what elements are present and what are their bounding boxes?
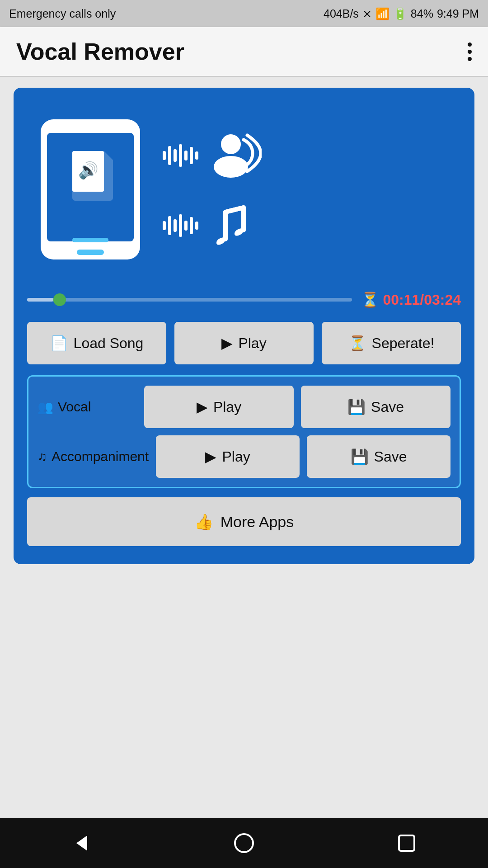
accomp-save-icon: 💾 <box>351 448 369 465</box>
more-apps-label: More Apps <box>221 513 294 531</box>
progress-track[interactable] <box>27 298 352 302</box>
main-button-row: 📄 Load Song ▶ Play ⏳ Seperate! <box>27 322 461 364</box>
play-button-main[interactable]: ▶ Play <box>174 322 314 364</box>
phone-illustration: 🔊 <box>27 115 154 269</box>
svg-marker-12 <box>76 835 87 851</box>
more-apps-icon: 👍 <box>194 513 213 531</box>
time-display: ⏳ 00:11/03:24 <box>361 291 461 308</box>
speed-indicator: 404B/s <box>324 7 359 20</box>
status-bar: Emergency calls only 404B/s ⨯ 📶 🔋 84% 9:… <box>0 0 488 27</box>
svg-rect-6 <box>72 183 104 192</box>
vocal-save-button[interactable]: 💾 Save <box>301 386 450 428</box>
accompaniment-track-label: ♫ Accompaniment <box>38 449 149 464</box>
separate-button[interactable]: ⏳ Seperate! <box>322 322 461 364</box>
accompaniment-text: Accompaniment <box>52 449 149 464</box>
main-content: 🔊 <box>0 77 488 818</box>
progress-thumb[interactable] <box>53 293 66 306</box>
hourglass-icon: ⏳ <box>361 291 379 308</box>
svg-rect-8 <box>72 238 108 242</box>
accomp-save-button[interactable]: 💾 Save <box>307 435 450 478</box>
time-display: 9:49 PM <box>437 7 479 20</box>
wifi-icon: 📶 <box>375 7 389 20</box>
bluetooth-icon: ⨯ <box>362 7 372 20</box>
recents-button[interactable] <box>395 832 418 854</box>
accomp-play-label: Play <box>222 448 250 465</box>
load-song-icon: 📄 <box>50 335 68 352</box>
waveform-icon-music <box>163 214 198 237</box>
vocal-track-row: 👥 Vocal ▶ Play 💾 Save <box>38 386 450 428</box>
svg-point-13 <box>235 834 253 852</box>
battery-percent: 84% <box>411 7 433 20</box>
separate-icon: ⏳ <box>348 335 366 352</box>
vocal-icon: 👥 <box>38 400 53 415</box>
svg-text:🔊: 🔊 <box>78 160 99 180</box>
separate-label: Seperate! <box>372 335 435 352</box>
svg-rect-14 <box>399 835 414 851</box>
vocal-save-icon: 💾 <box>347 398 366 415</box>
accompaniment-icon: ♫ <box>38 449 47 464</box>
status-right-group: 404B/s ⨯ 📶 🔋 84% 9:49 PM <box>324 7 479 20</box>
vocal-text: Vocal <box>58 399 91 415</box>
vocal-save-label: Save <box>371 399 404 415</box>
right-icons <box>163 131 461 253</box>
vocal-track-buttons: ▶ Play 💾 Save <box>144 386 450 428</box>
accomp-play-icon: ▶ <box>205 448 216 465</box>
time-text: 00:11/03:24 <box>383 292 461 308</box>
vocal-play-label: Play <box>213 399 241 415</box>
vocal-track-label: 👥 Vocal <box>38 399 137 415</box>
play-label-main: Play <box>238 335 266 352</box>
menu-dot-1 <box>468 42 472 47</box>
app-title: Vocal Remover <box>16 38 184 65</box>
menu-dot-3 <box>468 57 472 61</box>
accompaniment-track-row: ♫ Accompaniment ▶ Play 💾 Save <box>38 435 450 478</box>
app-bar: Vocal Remover <box>0 27 488 77</box>
accomp-save-label: Save <box>374 448 407 465</box>
accomp-play-button[interactable]: ▶ Play <box>156 435 300 478</box>
waveform-icon-vocal <box>163 144 198 167</box>
battery-icon: 🔋 <box>393 7 407 20</box>
blue-card: 🔊 <box>14 88 474 564</box>
home-button[interactable] <box>233 832 255 854</box>
vocal-row <box>163 131 461 180</box>
accompaniment-track-buttons: ▶ Play 💾 Save <box>156 435 450 478</box>
music-note-icon <box>207 198 262 253</box>
back-button[interactable] <box>70 832 93 854</box>
progress-fill <box>27 298 53 302</box>
load-song-button[interactable]: 📄 Load Song <box>27 322 166 364</box>
svg-line-11 <box>225 208 244 212</box>
separated-tracks-box: 👥 Vocal ▶ Play 💾 Save ♫ <box>27 375 461 488</box>
status-left-text: Emergency calls only <box>9 7 116 20</box>
menu-dot-2 <box>468 50 472 54</box>
hero-area: 🔊 <box>27 101 461 287</box>
more-apps-button[interactable]: 👍 More Apps <box>27 497 461 546</box>
svg-point-9 <box>221 134 241 154</box>
progress-area: ⏳ 00:11/03:24 <box>27 291 461 308</box>
load-song-label: Load Song <box>74 335 144 352</box>
overflow-menu-button[interactable] <box>468 42 472 61</box>
vocal-play-icon: ▶ <box>197 398 208 415</box>
vocal-play-button[interactable]: ▶ Play <box>144 386 294 428</box>
svg-rect-2 <box>77 250 104 255</box>
nav-bar <box>0 818 488 868</box>
play-icon-main: ▶ <box>221 335 233 352</box>
music-row <box>163 198 461 253</box>
person-sound-icon <box>207 131 262 180</box>
